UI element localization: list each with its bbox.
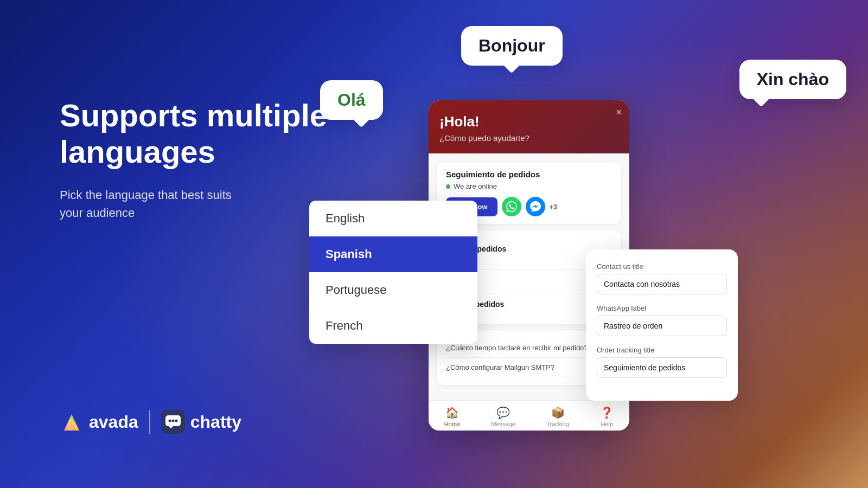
status-text: We are online bbox=[454, 182, 497, 190]
help-icon: ❓ bbox=[600, 406, 614, 419]
nav-tracking[interactable]: 📦 Tracking bbox=[546, 406, 569, 427]
lang-item-english[interactable]: English bbox=[309, 201, 477, 236]
chat-header: × ¡Hola! ¿Cómo puedo ayudarte? bbox=[429, 100, 629, 153]
home-icon: 🏠 bbox=[445, 406, 459, 419]
nav-help-label: Help bbox=[601, 421, 613, 427]
nav-message[interactable]: 💬 Message bbox=[491, 406, 515, 427]
nav-home-label: Home bbox=[444, 421, 460, 427]
svg-point-5 bbox=[171, 420, 174, 422]
message-icon: 💬 bbox=[496, 406, 510, 419]
svg-point-6 bbox=[175, 420, 177, 422]
settings-label-contact: Contact us title bbox=[597, 262, 727, 271]
avada-logo: avada bbox=[60, 410, 138, 434]
lang-item-spanish[interactable]: Spanish bbox=[309, 236, 477, 272]
bubble-xin-chao: Xin chào bbox=[739, 60, 846, 99]
settings-field-contact: Contact us title bbox=[597, 262, 727, 294]
svg-point-4 bbox=[168, 420, 171, 422]
chatty-logo: chatty bbox=[161, 410, 241, 434]
lang-item-french[interactable]: French bbox=[309, 308, 477, 344]
status-dot bbox=[446, 184, 450, 189]
nav-home[interactable]: 🏠 Home bbox=[444, 406, 460, 427]
logo-section: avada chatty bbox=[60, 410, 241, 434]
language-dropdown: English Spanish Portuguese French bbox=[309, 201, 477, 344]
subtitle-line1: Pick the language that best suits bbox=[60, 188, 232, 202]
settings-field-whatsapp: WhatsApp label bbox=[597, 304, 727, 336]
plus-more: +3 bbox=[550, 203, 558, 211]
bubble-bonjour: Bonjour bbox=[461, 26, 563, 66]
headline: Supports multiple languages bbox=[60, 98, 358, 170]
whatsapp-icon[interactable] bbox=[502, 197, 521, 216]
settings-panel: Contact us title WhatsApp label Order tr… bbox=[586, 249, 738, 401]
avada-icon bbox=[60, 410, 84, 434]
tracking-icon: 📦 bbox=[551, 406, 565, 419]
nav-tracking-label: Tracking bbox=[546, 421, 569, 427]
close-icon[interactable]: × bbox=[616, 107, 622, 118]
bubble-ola: Olá bbox=[320, 80, 383, 120]
settings-input-tracking[interactable] bbox=[597, 357, 727, 378]
card-status: We are online bbox=[446, 182, 612, 190]
subtitle-line2: your audience bbox=[60, 206, 135, 220]
settings-label-whatsapp: WhatsApp label bbox=[597, 304, 727, 312]
chat-sub-greeting: ¿Cómo puedo ayudarte? bbox=[439, 133, 618, 143]
chatty-text: chatty bbox=[190, 412, 241, 432]
settings-label-tracking: Order tracking title bbox=[597, 346, 727, 354]
chat-greeting: ¡Hola! bbox=[439, 113, 618, 130]
messenger-icon[interactable] bbox=[526, 197, 545, 216]
nav-message-label: Message bbox=[491, 421, 515, 427]
avada-text: avada bbox=[89, 412, 138, 432]
logo-divider bbox=[149, 410, 150, 434]
nav-help[interactable]: ❓ Help bbox=[600, 406, 614, 427]
chat-bottom-nav: 🏠 Home 💬 Message 📦 Tracking ❓ Help bbox=[429, 400, 629, 431]
card-title: Seguimiento de pedidos bbox=[446, 170, 612, 179]
lang-item-portuguese[interactable]: Portuguese bbox=[309, 272, 477, 308]
chatty-icon bbox=[161, 410, 185, 434]
settings-input-contact[interactable] bbox=[597, 274, 727, 294]
settings-field-tracking: Order tracking title bbox=[597, 346, 727, 378]
settings-input-whatsapp[interactable] bbox=[597, 316, 727, 336]
